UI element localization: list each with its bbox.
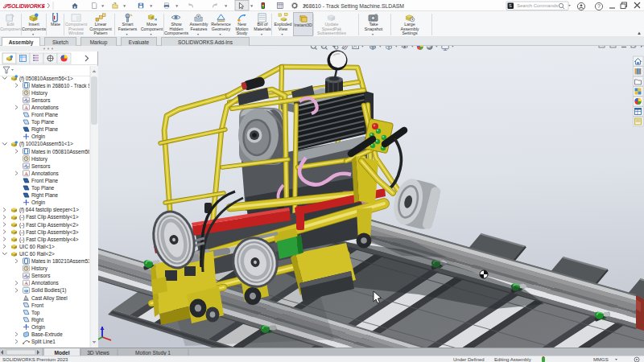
svg-text:Top Plane: Top Plane — [31, 119, 55, 125]
svg-text:History: History — [31, 156, 48, 162]
svg-text:Under Defined: Under Defined — [453, 357, 485, 362]
svg-text:A: A — [24, 171, 28, 176]
svg-text:A: A — [24, 105, 28, 110]
svg-text:Origin: Origin — [31, 134, 45, 140]
svg-text:Right Plane: Right Plane — [31, 126, 58, 133]
svg-text:(f) 644 fastclip sleeper<1>: (f) 644 fastclip sleeper<1> — [19, 207, 79, 213]
svg-text:MMGS: MMGS — [593, 357, 609, 362]
svg-text:Editing Assembly: Editing Assembly — [494, 357, 531, 362]
svg-text:(-) Fast Clip Assembly<1>: (-) Fast Clip Assembly<1> — [19, 214, 79, 220]
svg-text:Top: Top — [31, 310, 40, 316]
svg-text:Sensors: Sensors — [31, 163, 50, 169]
svg-text:Top Plane: Top Plane — [31, 185, 55, 191]
svg-text:Solid Bodies(1): Solid Bodies(1) — [31, 287, 66, 294]
svg-text:History: History — [31, 265, 48, 272]
svg-text:(-) Fast Clip Assembly<4>: (-) Fast Clip Assembly<4> — [19, 237, 79, 243]
svg-text:Origin: Origin — [31, 324, 45, 331]
svg-text:3D Views: 3D Views — [87, 350, 109, 356]
svg-text:Annotations: Annotations — [31, 280, 59, 286]
svg-text:SOLIDWORKS Premium 2023: SOLIDWORKS Premium 2023 — [2, 357, 68, 362]
svg-text:268610 - Track Setting Machine: 268610 - Track Setting Machine.SLDASM — [303, 3, 404, 10]
svg-text:(-) Fast Clip Assembly<3>: (-) Fast Clip Assembly<3> — [19, 229, 79, 236]
svg-text:Sensors: Sensors — [31, 273, 50, 278]
svg-text:Base-Extrude: Base-Extrude — [31, 331, 63, 337]
svg-text:Mates in 050810Assem56: Mates in 050810Assem56 — [31, 149, 91, 154]
svg-text:UIC 60 Rail<1>: UIC 60 Rail<1> — [19, 244, 55, 249]
svg-text:Right: Right — [31, 317, 43, 323]
svg-text:Front: Front — [31, 302, 43, 308]
svg-text:Origin: Origin — [31, 200, 45, 206]
svg-text:⏵: ⏵ — [42, 4, 44, 9]
svg-text:Mates in 180210Assem51: Mates in 180210Assem51 — [31, 258, 91, 264]
svg-text:Front Plane: Front Plane — [31, 178, 58, 183]
svg-text:S: S — [509, 3, 512, 8]
svg-text:UIC 60 Rail<2>: UIC 60 Rail<2> — [19, 251, 55, 257]
svg-text:Annotations: Annotations — [31, 105, 59, 110]
svg-text:?: ? — [597, 3, 601, 9]
svg-text:History: History — [31, 90, 48, 97]
svg-text:Front Plane: Front Plane — [31, 112, 58, 117]
svg-text:Right Plane: Right Plane — [31, 192, 58, 199]
svg-text:(-) Fast Clip Assembly<2>: (-) Fast Clip Assembly<2> — [19, 222, 79, 228]
svg-text:Mates in 268610 - Track Settin: Mates in 268610 - Track Setting Ma — [31, 83, 98, 89]
svg-text:Annotations: Annotations — [31, 171, 59, 176]
svg-text:(f) 100210Assem51<1>: (f) 100210Assem51<1> — [19, 141, 73, 147]
svg-text:𝒮 SOLIDWORKS: 𝒮 SOLIDWORKS — [2, 3, 45, 9]
svg-text:Sensors: Sensors — [31, 97, 50, 103]
svg-text:Search Commands: Search Commands — [517, 3, 558, 8]
svg-text:Cast Alloy Steel: Cast Alloy Steel — [31, 295, 68, 302]
svg-text:Split Line1: Split Line1 — [31, 339, 56, 345]
svg-text:A: A — [24, 280, 28, 286]
svg-text:(f) 050810Assem56<1>: (f) 050810Assem56<1> — [19, 76, 73, 82]
svg-text:Model: Model — [54, 350, 69, 356]
